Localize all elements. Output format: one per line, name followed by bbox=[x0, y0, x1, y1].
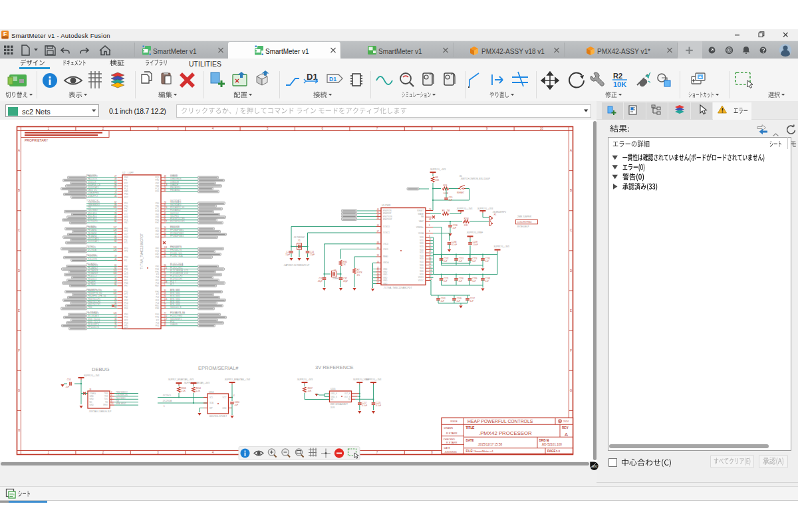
svg-text:.I24C/SCL-STUB-T: .I24C/SCL-STUB-T bbox=[209, 415, 227, 418]
svg-text:4: 4 bbox=[212, 127, 214, 130]
svg-text:A: A bbox=[18, 149, 20, 152]
svg-text:TITLE: TITLE bbox=[466, 426, 475, 430]
svg-text:97: 97 bbox=[114, 326, 117, 329]
svg-text:126: 126 bbox=[113, 249, 116, 251]
svg-text:TDI: TDI bbox=[105, 401, 108, 404]
svg-text:1: 1 bbox=[164, 405, 165, 408]
svg-text:GND_F: GND_F bbox=[331, 392, 337, 395]
svg-text:.SUPPLY_BRASTAN_+3V3: .SUPPLY_BRASTAN_+3V3 bbox=[168, 378, 194, 381]
svg-text:TCK: TCK bbox=[104, 395, 108, 398]
svg-text:H: H bbox=[18, 429, 20, 432]
svg-text:5: 5 bbox=[267, 127, 269, 130]
svg-text:.1uF: .1uF bbox=[440, 300, 444, 303]
svg-text:PJ5: PJ5 bbox=[124, 241, 128, 244]
svg-text:PS5: PS5 bbox=[124, 327, 128, 330]
svg-text:48: 48 bbox=[377, 278, 380, 281]
svg-text:.SUPPLY0_+3V3: .SUPPLY0_+3V3 bbox=[83, 374, 100, 377]
svg-text:A: A bbox=[570, 149, 572, 152]
svg-text:VCC: VCC bbox=[223, 396, 227, 399]
svg-text:9: 9 bbox=[486, 127, 488, 130]
svg-text:57: 57 bbox=[429, 253, 432, 256]
svg-text:PH0/U0RTS: PH0/U0RTS bbox=[170, 245, 182, 248]
svg-text:3: 3 bbox=[157, 451, 159, 454]
svg-text:43: 43 bbox=[377, 217, 380, 219]
svg-text:45: 45 bbox=[164, 189, 167, 192]
svg-text:G: G bbox=[570, 389, 573, 392]
svg-text:84: 84 bbox=[429, 263, 432, 265]
svg-text:.1uF: .1uF bbox=[444, 260, 448, 263]
svg-text:.SUPPLY0_+3V3: .SUPPLY0_+3V3 bbox=[430, 168, 446, 171]
svg-text:RBA0: RBA0 bbox=[383, 255, 388, 258]
svg-text:.1M: .1M bbox=[446, 209, 450, 212]
svg-text:89: 89 bbox=[164, 235, 167, 237]
svg-text:SS-3XDAT2: SS-3XDAT2 bbox=[86, 311, 98, 314]
svg-text:VDD: VDD bbox=[420, 239, 424, 242]
svg-text:GND: GND bbox=[383, 273, 387, 276]
svg-text:PB5/AIN11: PB5/AIN11 bbox=[170, 189, 180, 192]
svg-text:PP5/U3CTS: PP5/U3CTS bbox=[88, 326, 99, 329]
svg-text:A: A bbox=[565, 432, 568, 438]
svg-text:.XXXTAG1-DEBUG-3LP: .XXXTAG1-DEBUG-3LP bbox=[88, 410, 111, 413]
svg-text:.SUPPLY0_+3V3: .SUPPLY0_+3V3 bbox=[493, 245, 510, 248]
svg-text:.11R: .11R bbox=[464, 224, 468, 227]
svg-text:.22pF: .22pF bbox=[343, 280, 348, 283]
svg-text:GND: GND bbox=[90, 404, 94, 406]
svg-text:49: 49 bbox=[164, 323, 167, 326]
svg-text:.1.0uF: .1.0uF bbox=[472, 243, 478, 246]
svg-text:3: 3 bbox=[157, 127, 159, 130]
svg-text:99: 99 bbox=[114, 306, 117, 309]
svg-text:.R6: .R6 bbox=[442, 209, 445, 212]
svg-text:.1uF: .1uF bbox=[456, 300, 460, 303]
svg-text:PK0/AIN16: PK0/AIN16 bbox=[86, 263, 97, 265]
svg-text:2: 2 bbox=[102, 451, 104, 454]
svg-text:IN: IN bbox=[348, 398, 350, 401]
svg-text:EPROM/SERIAL#: EPROM/SERIAL# bbox=[198, 365, 239, 371]
svg-text:EN0TXOP: EN0TXOP bbox=[383, 218, 392, 221]
svg-text:8: 8 bbox=[431, 127, 433, 130]
svg-text:3V REFERENCE: 3V REFERENCE bbox=[315, 364, 354, 370]
svg-text:.1uF: .1uF bbox=[472, 260, 476, 263]
svg-text:10: 10 bbox=[111, 402, 114, 405]
svg-text:U2: U2 bbox=[122, 172, 125, 174]
svg-text:99: 99 bbox=[377, 254, 380, 257]
svg-text:C: C bbox=[18, 229, 21, 232]
svg-text:.SUPPLY0_+3V3: .SUPPLY0_+3V3 bbox=[477, 207, 493, 210]
svg-text:G: G bbox=[18, 389, 21, 392]
svg-text:F: F bbox=[18, 349, 20, 352]
svg-text:I2C7SDA: I2C7SDA bbox=[88, 249, 97, 251]
svg-text:VDD: VDD bbox=[420, 242, 424, 245]
svg-text:9: 9 bbox=[429, 224, 430, 227]
svg-text:VDD: VDD bbox=[420, 267, 424, 269]
svg-text:PP1: PP1 bbox=[124, 250, 128, 253]
svg-text:2: 2 bbox=[102, 127, 104, 130]
svg-text:.0.1uF: .0.1uF bbox=[452, 243, 458, 246]
svg-text:TCK/SWCLK: TCK/SWCLK bbox=[116, 394, 128, 396]
svg-text:VBAT: VBAT bbox=[419, 220, 424, 223]
svg-text:.SUPPLY0_+3V3: .SUPPLY0_+3V3 bbox=[297, 378, 313, 381]
svg-text:21: 21 bbox=[429, 241, 432, 244]
svg-text:PM7: PM7 bbox=[155, 285, 159, 287]
svg-text:RESET: RESET bbox=[417, 209, 424, 212]
svg-text:.R16: .R16 bbox=[443, 184, 448, 187]
svg-text:.1K: .1K bbox=[343, 263, 346, 266]
svg-text:75: 75 bbox=[429, 259, 432, 262]
svg-text:57: 57 bbox=[377, 281, 380, 284]
svg-text:89: 89 bbox=[377, 247, 380, 249]
svg-text:26: 26 bbox=[377, 261, 380, 263]
svg-text:88: 88 bbox=[377, 241, 380, 244]
svg-text:PJ1/U3TX: PJ1/U3TX bbox=[88, 258, 97, 261]
svg-text:.SUPPLY0_VREF: .SUPPLY0_VREF bbox=[466, 231, 483, 234]
svg-text:.0.1uF: .0.1uF bbox=[376, 404, 382, 407]
svg-text:1: 1 bbox=[47, 451, 49, 454]
svg-text:VDD: VDD bbox=[420, 251, 424, 254]
svg-text:U205: U205 bbox=[331, 388, 336, 390]
svg-text:.1uF: .1uF bbox=[485, 280, 489, 283]
svg-text:XOSC0: XOSC0 bbox=[383, 225, 390, 228]
svg-text:FILE:: FILE: bbox=[466, 450, 474, 453]
svg-text:4: 4 bbox=[233, 394, 235, 397]
svg-text:PM7: PM7 bbox=[124, 221, 128, 224]
svg-text:TDO: TDO bbox=[104, 398, 109, 400]
svg-text:VDD: VDD bbox=[420, 245, 424, 248]
svg-text:48: 48 bbox=[429, 250, 432, 253]
svg-text:VDD: VDD bbox=[420, 273, 424, 276]
